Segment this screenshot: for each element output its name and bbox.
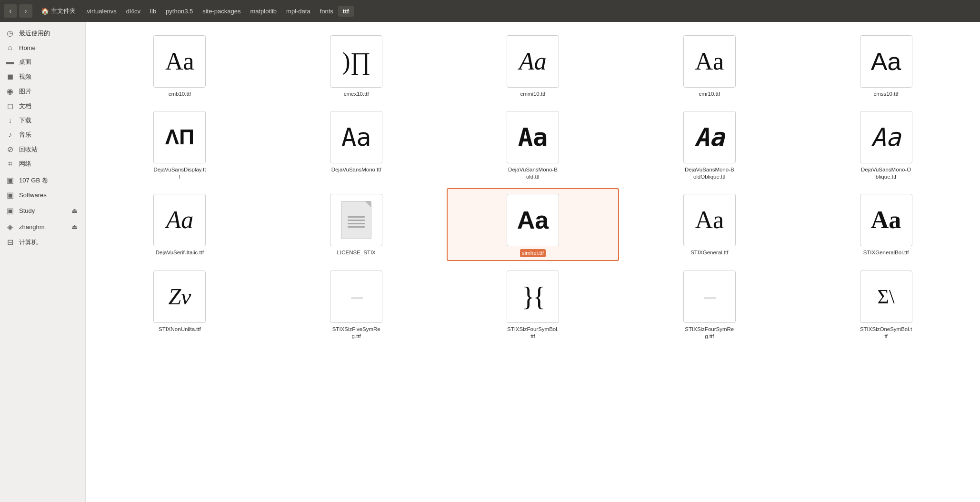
file-label: STIXSizFiveSymReg.ttf — [330, 326, 382, 340]
sidebar-item-最近使用的[interactable]: ◷最近使用的 — [0, 26, 85, 40]
sidebar-icon: ▣ — [6, 191, 14, 200]
sidebar-item-图片[interactable]: ◉图片 — [0, 84, 85, 99]
breadcrumb-label: mpl-data — [286, 8, 310, 15]
sidebar-icon: ♪ — [6, 131, 14, 139]
file-label: cmb10.ttf — [169, 90, 191, 98]
breadcrumb-label: fonts — [320, 8, 333, 15]
sidebar: ◷最近使用的⌂Home▬桌面◼视频◉图片◻文档↓下载♪音乐⊘回收站⌗网络▣107… — [0, 22, 86, 502]
sidebar-label: zhanghm — [19, 223, 44, 231]
breadcrumb-item-1[interactable]: .virtualenvs — [80, 6, 121, 17]
file-label: cmmi10.ttf — [520, 90, 545, 98]
sidebar-icon: ↓ — [6, 116, 14, 125]
file-label: STIXSizFourSymBol.ttf — [507, 326, 559, 340]
breadcrumb-item-6[interactable]: matplotlib — [245, 6, 281, 17]
file-label: STIXNonUnilta.ttf — [159, 326, 201, 333]
sidebar-label: 计算机 — [19, 238, 38, 247]
sidebar-item-Home[interactable]: ⌂Home — [0, 40, 85, 55]
sidebar-label: 音乐 — [19, 131, 31, 139]
eject-button[interactable]: ⏏ — [69, 221, 80, 232]
breadcrumb-item-2[interactable]: dl4cv — [121, 6, 145, 17]
eject-button[interactable]: ⏏ — [69, 205, 80, 216]
sidebar-icon: ▣ — [6, 176, 14, 185]
sidebar-icon: ◷ — [6, 29, 14, 38]
sidebar-item-桌面[interactable]: ▬桌面 — [0, 55, 85, 69]
sidebar-icon: ⌗ — [6, 160, 14, 168]
file-item[interactable]: AaDejaVuSansMono-Bold.ttf — [447, 105, 620, 184]
file-label: DejaVuSansMono-BoldOblique.ttf — [683, 166, 736, 181]
sidebar-icon: ⊘ — [6, 145, 14, 154]
breadcrumb-item-0[interactable]: 🏠主文件夹 — [36, 5, 80, 17]
breadcrumb: 🏠主文件夹.virtualenvsdl4cvlibpython3.5site-p… — [36, 5, 354, 17]
home-icon: 🏠 — [41, 7, 49, 15]
sidebar-label: Softwares — [19, 191, 47, 199]
sidebar-item-计算机[interactable]: ⊟计算机 — [0, 235, 85, 250]
sidebar-item-音乐[interactable]: ♪音乐 — [0, 128, 85, 142]
sidebar-icon: ▬ — [6, 58, 14, 66]
file-label: DejaVuSansMono-Bold.ttf — [507, 166, 559, 181]
sidebar-label: 图片 — [19, 87, 31, 96]
file-item[interactable]: }{STIXSizFourSymBol.ttf — [447, 265, 620, 344]
file-item[interactable]: —STIXSizFourSymReg.ttf — [623, 265, 796, 344]
file-item[interactable]: AaSTIXGeneralBol.ttf — [800, 188, 972, 261]
forward-button[interactable]: › — [19, 4, 32, 18]
file-label: cmr10.ttf — [699, 90, 720, 98]
breadcrumb-label: .virtualenvs — [85, 8, 117, 15]
breadcrumb-item-9[interactable]: ttf — [338, 6, 354, 17]
breadcrumb-label: ttf — [343, 8, 349, 15]
sidebar-label: 视频 — [19, 72, 31, 81]
breadcrumb-label: lib — [150, 8, 156, 15]
sidebar-icon: ◈ — [6, 222, 14, 231]
file-label: STIXGeneralBol.ttf — [863, 249, 909, 256]
file-item[interactable]: AaDejaVuSansMono-BoldOblique.ttf — [623, 105, 796, 184]
sidebar-item-文档[interactable]: ◻文档 — [0, 99, 85, 113]
sidebar-item-视频[interactable]: ◼视频 — [0, 69, 85, 84]
breadcrumb-item-5[interactable]: site-packages — [198, 6, 245, 17]
sidebar-item-107 GB 卷[interactable]: ▣107 GB 卷 — [0, 173, 85, 188]
file-area: Aacmb10.ttf)∏cmex10.ttfAacmmi10.ttfAacmr… — [86, 22, 980, 502]
breadcrumb-label: python3.5 — [166, 8, 193, 15]
sidebar-icon: ◼ — [6, 72, 14, 81]
file-label: DejaVuSansDisplay.ttf — [153, 166, 206, 181]
file-item[interactable]: AaDejaVuSansMono.ttf — [270, 105, 443, 184]
breadcrumb-item-8[interactable]: fonts — [315, 6, 338, 17]
file-item[interactable]: Aacmr10.ttf — [623, 30, 796, 101]
sidebar-label: 回收站 — [19, 145, 38, 154]
file-item[interactable]: AaSTIXGeneral.ttf — [623, 188, 796, 261]
file-item[interactable]: —STIXSizFiveSymReg.ttf — [270, 265, 443, 344]
breadcrumb-item-4[interactable]: python3.5 — [161, 6, 198, 17]
breadcrumb-item-3[interactable]: lib — [145, 6, 161, 17]
breadcrumb-label: site-packages — [202, 8, 240, 15]
breadcrumb-label: dl4cv — [126, 8, 140, 15]
file-item[interactable]: ΛΠDejaVuSansDisplay.ttf — [93, 105, 266, 184]
file-item[interactable]: Aacmss10.ttf — [800, 30, 972, 101]
sidebar-item-回收站[interactable]: ⊘回收站 — [0, 142, 85, 157]
sidebar-label: 下载 — [19, 116, 31, 125]
sidebar-item-Study[interactable]: ▣Study⏏ — [0, 202, 85, 219]
sidebar-icon: ⊟ — [6, 238, 14, 247]
file-item[interactable]: ZvSTIXNonUnilta.ttf — [93, 265, 266, 344]
back-button[interactable]: ‹ — [4, 4, 17, 18]
file-label: DejaVuSansMono.ttf — [331, 166, 381, 173]
sidebar-icon: ▣ — [6, 206, 14, 215]
file-item[interactable]: Aacmb10.ttf — [93, 30, 266, 101]
sidebar-icon: ⌂ — [6, 43, 14, 52]
file-label: LICENSE_STIX — [337, 249, 376, 256]
file-label: cmex10.ttf — [344, 90, 369, 98]
file-item[interactable]: Σ\STIXSizOneSymBol.ttf — [800, 265, 972, 344]
top-bar: ‹ › 🏠主文件夹.virtualenvsdl4cvlibpython3.5si… — [0, 0, 980, 22]
sidebar-item-Softwares[interactable]: ▣Softwares — [0, 188, 85, 202]
file-item[interactable]: Aasimhei.ttf — [447, 188, 620, 261]
file-item[interactable]: LICENSE_STIX — [270, 188, 443, 261]
file-item[interactable]: Aacmmi10.ttf — [447, 30, 620, 101]
sidebar-item-zhanghm[interactable]: ◈zhanghm⏏ — [0, 219, 85, 235]
sidebar-item-网络[interactable]: ⌗网络 — [0, 157, 85, 171]
file-label: DejaVuSansMono-Oblique.ttf — [860, 166, 912, 181]
sidebar-label: Home — [19, 44, 36, 51]
file-item[interactable]: )∏cmex10.ttf — [270, 30, 443, 101]
breadcrumb-item-7[interactable]: mpl-data — [281, 6, 315, 17]
file-item[interactable]: AaDejaVuSansMono-Oblique.ttf — [800, 105, 972, 184]
sidebar-item-下载[interactable]: ↓下载 — [0, 113, 85, 128]
file-label: DejaVuSerif-Italic.ttf — [156, 249, 204, 256]
file-item[interactable]: AaDejaVuSerif-Italic.ttf — [93, 188, 266, 261]
file-label: STIXSizOneSymBol.ttf — [860, 326, 912, 340]
